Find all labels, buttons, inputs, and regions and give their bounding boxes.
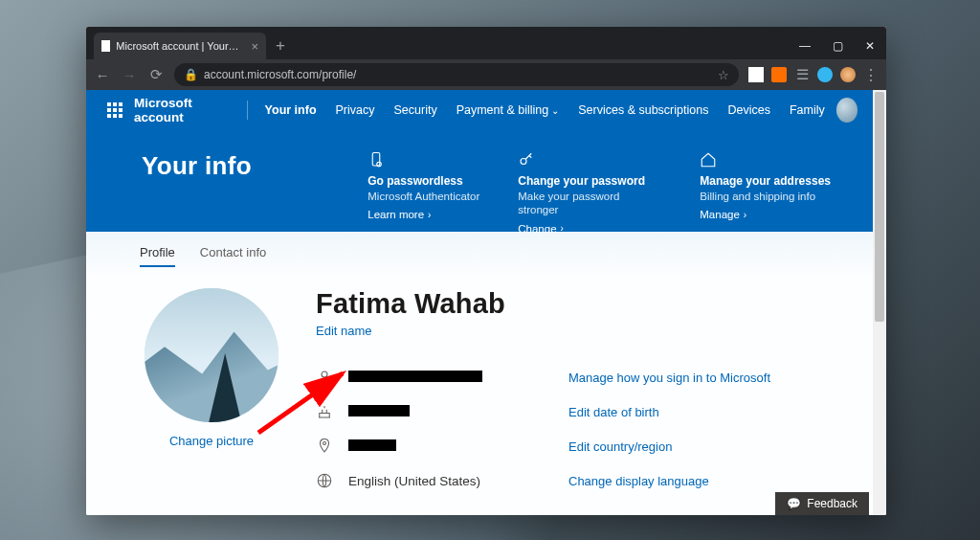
browser-tab[interactable]: Microsoft account | Your profile | ... × [94, 33, 266, 59]
profile-row: Manage how you sign in to Microsoft [316, 360, 833, 394]
redacted-value [348, 371, 482, 382]
hero-card: Go passwordlessMicrosoft AuthenticatorLe… [368, 151, 479, 235]
hero-card: Change your passwordMake your password s… [518, 151, 661, 235]
nav-reload-button[interactable]: ⟳ [147, 66, 165, 83]
card-action-link[interactable]: Learn more › [368, 209, 431, 220]
nav-link-privacy[interactable]: Privacy [326, 103, 385, 117]
profile-row: Edit country/region [316, 429, 833, 463]
content-area: ProfileContact info Change picture Fatim… [86, 232, 886, 515]
change-picture-link[interactable]: Change picture [169, 434, 254, 448]
tab-favicon [101, 40, 110, 52]
card-title: Change your password [518, 174, 661, 188]
profile-section: Change picture Fatima Wahab Edit name Ma… [140, 288, 833, 498]
app-launcher-icon[interactable] [103, 97, 126, 124]
nav-link-services-subscriptions[interactable]: Services & subscriptions [568, 103, 718, 117]
info-column: Fatima Wahab Edit name Manage how you si… [316, 288, 833, 498]
window-minimize[interactable]: ― [789, 33, 821, 59]
feedback-button[interactable]: 💬 Feedback [775, 492, 869, 515]
url-text: account.microsoft.com/profile/ [204, 68, 356, 81]
picture-column: Change picture [140, 288, 283, 498]
page-title: Your info [142, 151, 252, 235]
pin-icon [316, 438, 348, 455]
profile-row: Edit date of birth [316, 394, 833, 429]
hero-card: Manage your addressesBilling and shippin… [700, 151, 831, 235]
nav-back-button[interactable]: ← [94, 67, 111, 83]
nav-separator [247, 101, 248, 120]
svg-point-2 [521, 159, 526, 165]
extensions-tray: ☰ ⋮ [748, 67, 879, 82]
browser-menu-button[interactable]: ⋮ [863, 67, 879, 82]
extensions-menu-icon[interactable]: ☰ [794, 67, 810, 82]
profile-avatar-button[interactable] [840, 67, 856, 82]
profile-tabs: ProfileContact info [140, 245, 833, 267]
window-close[interactable]: ✕ [854, 33, 886, 59]
redacted-value [348, 439, 396, 451]
omnibox[interactable]: 🔒 account.microsoft.com/profile/ ☆ [174, 63, 739, 86]
tab-contact-info[interactable]: Contact info [200, 245, 266, 267]
page-viewport: Microsoft account Your infoPrivacySecuri… [86, 90, 886, 515]
profile-picture[interactable] [145, 288, 278, 422]
chat-icon: 💬 [787, 497, 801, 510]
key-icon [518, 151, 661, 170]
svg-point-4 [323, 442, 326, 445]
edit-name-link[interactable]: Edit name [316, 324, 372, 338]
new-tab-button[interactable]: + [276, 36, 285, 56]
phone-lock-icon [368, 151, 479, 170]
window-maximize[interactable]: ▢ [821, 33, 854, 59]
profile-row: English (United States)Change display la… [316, 463, 833, 498]
tab-title: Microsoft account | Your profile | ... [116, 40, 241, 52]
cake-icon [316, 403, 348, 420]
person-icon [316, 369, 348, 386]
home-icon [700, 151, 831, 170]
row-action-link[interactable]: Change display language [568, 474, 709, 488]
card-desc: Billing and shipping info [700, 190, 831, 203]
extension-icon[interactable] [748, 67, 764, 82]
nav-link-family[interactable]: Family [780, 103, 835, 117]
card-title: Go passwordless [368, 174, 479, 188]
card-desc: Make your password stronger [518, 190, 661, 217]
globe-icon [316, 472, 348, 489]
nav-link-payment-billing[interactable]: Payment & billing⌄ [447, 103, 569, 117]
scrollbar-thumb[interactable] [875, 92, 884, 322]
chevron-right-icon: › [744, 210, 746, 220]
address-bar: ← → ⟳ 🔒 account.microsoft.com/profile/ ☆… [86, 59, 886, 90]
ms-header: Microsoft account Your infoPrivacySecuri… [86, 90, 886, 232]
tab-close-icon[interactable]: × [251, 39, 258, 54]
brand-label[interactable]: Microsoft account [134, 96, 230, 124]
redacted-value [348, 405, 410, 416]
ms-nav: Microsoft account Your infoPrivacySecuri… [103, 90, 869, 130]
window-controls: ― ▢ ✕ [789, 33, 886, 59]
card-action-link[interactable]: Manage › [700, 209, 746, 220]
browser-window: Microsoft account | Your profile | ... ×… [86, 27, 886, 515]
extension-icon[interactable] [817, 67, 833, 82]
row-action-link[interactable]: Edit country/region [568, 439, 672, 454]
chevron-down-icon: ⌄ [551, 105, 559, 116]
svg-point-3 [322, 371, 327, 377]
row-value: English (United States) [348, 474, 480, 488]
user-name: Fatima Wahab [316, 288, 833, 320]
lock-icon: 🔒 [184, 68, 198, 81]
tab-profile[interactable]: Profile [140, 245, 175, 267]
row-action-link[interactable]: Manage how you sign in to Microsoft [568, 371, 770, 385]
svg-rect-0 [373, 153, 381, 167]
card-title: Manage your addresses [700, 174, 831, 188]
account-avatar[interactable] [836, 98, 858, 123]
bookmark-star-icon[interactable]: ☆ [718, 68, 729, 82]
nav-link-security[interactable]: Security [385, 103, 447, 117]
scrollbar-track[interactable] [873, 90, 886, 515]
hero: Your info Go passwordlessMicrosoft Authe… [103, 130, 869, 235]
row-action-link[interactable]: Edit date of birth [568, 405, 659, 419]
nav-link-devices[interactable]: Devices [718, 103, 779, 117]
chevron-right-icon: › [428, 210, 431, 220]
nav-link-your-info[interactable]: Your info [256, 103, 326, 117]
titlebar: Microsoft account | Your profile | ... ×… [86, 27, 886, 59]
nav-forward-button[interactable]: → [121, 67, 138, 83]
card-desc: Microsoft Authenticator [368, 190, 479, 203]
extension-icon[interactable] [771, 67, 787, 82]
